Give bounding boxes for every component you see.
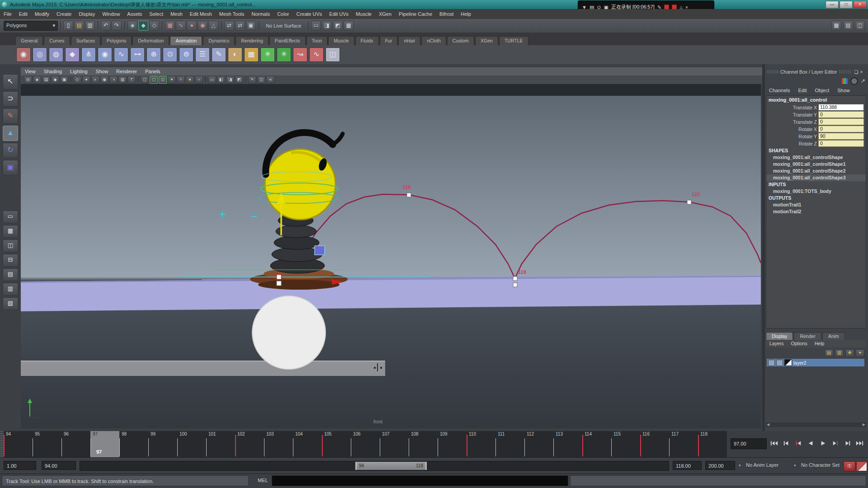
show-manipulators-icon[interactable] — [842, 78, 848, 84]
channel-node-row[interactable]: moxing_0001:all_controlShape2 — [766, 168, 866, 174]
shelf-tab[interactable]: XGen — [475, 36, 498, 45]
timeline-frame[interactable]: 111 — [495, 431, 524, 457]
menu-item[interactable]: Help — [457, 9, 475, 19]
channel-attribute-label[interactable]: Rotate Z — [766, 141, 818, 146]
channel-box-scrollbar[interactable]: ◀ ▶ — [766, 422, 866, 427]
channel-attribute-label[interactable]: Translate Z — [766, 119, 818, 125]
layer-playback-checkbox[interactable] — [776, 360, 783, 366]
channel-attribute-value[interactable]: 90 — [818, 133, 864, 140]
timeline-frame[interactable]: 101 — [206, 431, 235, 457]
timeline-frame[interactable]: 99 — [148, 431, 177, 457]
blue-ball-icon[interactable]: ● — [195, 76, 203, 84]
timeline-frame[interactable]: 110 — [467, 431, 495, 457]
playback-start-field[interactable]: 94.00 — [42, 461, 76, 470]
snapshot-icon[interactable]: ◫ — [326, 47, 340, 62]
snap-to-curve-icon[interactable]: ∿ — [176, 21, 186, 31]
timeline-frame[interactable]: 113 — [553, 431, 582, 457]
custom-layout-icon[interactable]: ▧ — [3, 297, 18, 310]
move-layer-down-icon[interactable]: ▥ — [835, 349, 844, 357]
chevron-down-icon[interactable]: ▾ — [794, 463, 796, 468]
viewport-3d-canvas[interactable]: 110 118 122 front — [21, 84, 761, 428]
layer-editor-tab[interactable]: Anim — [822, 332, 845, 340]
scale-tool-icon[interactable]: ▣ — [3, 160, 18, 175]
render-current-frame-icon[interactable]: ◨ — [322, 21, 332, 31]
multi-pane-icon[interactable]: ◫ — [257, 76, 265, 84]
step-forward-key-button[interactable] — [830, 437, 841, 449]
xray-icon[interactable]: ▢ — [150, 76, 158, 84]
panel-toolbar-icon[interactable] — [138, 77, 138, 83]
textured-icon[interactable]: ◐ — [91, 76, 99, 84]
shaded-icon[interactable]: ● — [82, 76, 90, 84]
shelf-tab[interactable]: Deformation — [132, 36, 169, 45]
menu-item[interactable]: File — [0, 9, 15, 19]
four-pane-layout-icon[interactable]: ▦ — [3, 225, 18, 238]
anim-layer-selector[interactable]: No Anim Layer — [746, 462, 778, 468]
output-connections-icon[interactable]: ⇄ — [235, 21, 245, 31]
ik-handle-icon[interactable]: ⋔ — [81, 47, 96, 62]
create-clip-icon[interactable]: ◎ — [33, 47, 47, 62]
move-layer-up-icon[interactable]: ▤ — [825, 349, 833, 357]
ghost-icon[interactable]: ◉ — [16, 47, 31, 62]
menu-item[interactable]: Muscle — [352, 9, 375, 19]
timeline-frame[interactable]: 107 — [380, 431, 409, 457]
render-settings-icon[interactable]: ▩ — [344, 21, 354, 31]
channel-box-menu-item[interactable]: Object — [811, 86, 833, 94]
snap-to-plane-icon[interactable]: ◉ — [198, 21, 208, 31]
construction-history-icon[interactable]: ▣ — [246, 21, 256, 31]
channel-node-row[interactable]: moxing_0001:all_controlShape — [766, 154, 866, 161]
resolution-gate-icon[interactable]: ▭ — [208, 76, 216, 84]
menu-item[interactable]: Window — [99, 9, 123, 19]
skin-bind-icon[interactable]: ☰ — [195, 47, 210, 62]
channel-attribute-label[interactable]: Translate Y — [766, 112, 818, 117]
shelf-tab[interactable]: Surfaces — [71, 36, 100, 45]
playback-end-field[interactable]: 118.00 — [673, 461, 702, 470]
menu-item[interactable]: Normals — [248, 9, 274, 19]
menu-item[interactable]: Edit — [15, 9, 31, 19]
undo-icon[interactable]: ↶ — [101, 21, 111, 31]
layer-editor-menu-item[interactable]: Options — [788, 340, 811, 347]
shelf-tab[interactable]: Curves — [44, 36, 70, 45]
menu-item[interactable]: Pipeline Cache — [395, 9, 436, 19]
select-object-mode-icon[interactable]: ◆ — [138, 21, 148, 31]
speed-state-icon[interactable] — [850, 77, 858, 85]
shelf-tab[interactable]: Dynamics — [203, 36, 235, 45]
timeline-frame[interactable]: 94 — [4, 431, 33, 457]
share-icon[interactable]: ⋖ — [266, 76, 274, 84]
film-gate-icon[interactable]: ◧ — [217, 76, 225, 84]
menu-item[interactable]: Select — [146, 9, 167, 19]
timeline-frame[interactable]: 114 — [582, 431, 611, 457]
two-pane-side-layout-icon[interactable]: ◫ — [3, 239, 18, 252]
single-pane-layout-icon[interactable]: ▭ — [3, 211, 18, 223]
timeline-frame[interactable]: 104 — [293, 431, 322, 457]
timeline-frame[interactable]: 103 — [264, 431, 293, 457]
channel-attribute-label[interactable]: Rotate X — [766, 127, 818, 132]
menu-item[interactable]: Create UVs — [292, 9, 326, 19]
timeline-frame[interactable]: 115 — [611, 431, 640, 457]
shelf-tab[interactable]: Fluids — [355, 36, 379, 45]
screen-space-ao-icon[interactable]: ▥ — [118, 76, 127, 84]
open-render-view-icon[interactable]: ▭ — [311, 21, 321, 31]
layer-row[interactable]: layer2 — [767, 359, 864, 366]
play-backwards-button[interactable] — [805, 437, 816, 449]
new-scene-icon[interactable]: ▯ — [63, 21, 73, 31]
create-empty-layer-icon[interactable]: ❖ — [845, 349, 854, 357]
constrain-aim-icon[interactable]: ⊙ — [163, 47, 177, 62]
step-back-frame-button[interactable] — [781, 437, 792, 449]
shelf-tab[interactable]: Rendering — [236, 36, 268, 45]
create-layer-from-selected-icon[interactable]: ✦ — [856, 349, 864, 357]
channel-node-row[interactable]: moxing_0001:all_controlShape1 — [766, 161, 866, 168]
channel-attribute-label[interactable]: Translate X — [766, 105, 818, 110]
motion-trail-icon[interactable]: ∿ — [309, 47, 324, 62]
camera-attributes-icon[interactable]: ▤ — [42, 76, 50, 84]
timeline-frame[interactable]: 100 — [177, 431, 206, 457]
yellow-ball-icon[interactable]: ● — [186, 76, 194, 84]
shelf-tab[interactable]: PaintEffects — [269, 36, 306, 45]
current-time-field[interactable]: 97.00 — [731, 438, 767, 449]
close-panel-icon[interactable]: × — [860, 70, 863, 75]
timeline-frame[interactable]: 108 — [409, 431, 438, 457]
shelf-tab[interactable]: nCloth — [421, 36, 446, 45]
toolbar-icon[interactable] — [221, 21, 222, 30]
blend-shape-icon[interactable]: ◐ — [228, 47, 242, 62]
channel-node-row[interactable]: moxing_0001:all_controlShape3 — [766, 174, 866, 181]
wireframe-icon[interactable]: ◇ — [73, 76, 81, 84]
